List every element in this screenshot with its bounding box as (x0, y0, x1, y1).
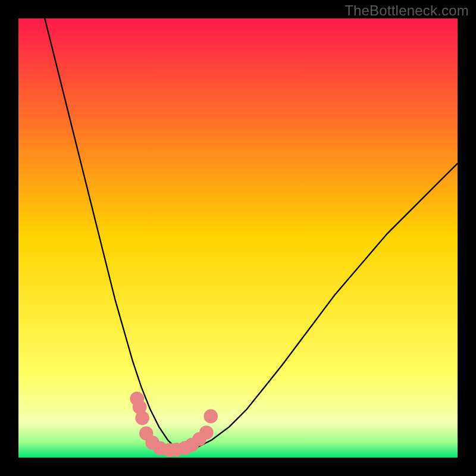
chart-frame: TheBottleneck.com (0, 0, 476, 476)
sample-marker (135, 411, 149, 425)
sample-marker (199, 425, 214, 440)
sample-marker (203, 409, 218, 424)
watermark-text: TheBottleneck.com (345, 2, 469, 19)
gradient-background (18, 18, 458, 458)
bottleneck-chart (18, 18, 458, 458)
